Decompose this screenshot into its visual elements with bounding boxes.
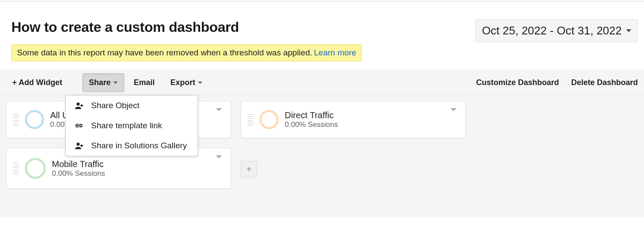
learn-more-link[interactable]: Learn more [314,48,356,58]
dashboard-toolbar: + Add Widget Share Email Export Customiz… [0,70,644,95]
widget-direct-traffic[interactable]: Direct Traffic 0.00% Sessions [241,101,466,138]
add-widget-button[interactable]: + Add Widget [6,74,68,92]
email-button[interactable]: Email [128,74,161,92]
export-button[interactable]: Export [164,74,208,92]
segment-circle-icon [25,110,44,129]
person-add-icon [74,102,84,109]
share-button[interactable]: Share [82,73,124,92]
share-solutions-gallery-item[interactable]: Share in Solutions Gallery [66,136,198,156]
add-widget-tile[interactable]: + [241,161,257,178]
header-area: How to create a custom dashboard Some da… [0,2,644,70]
caret-down-icon [626,29,631,32]
widget-title: Direct Traffic [285,110,338,120]
chevron-down-icon[interactable] [450,106,457,114]
share-dropdown-menu: Share Object Share template link Share i… [65,95,198,156]
widget-title: Mobile Traffic [52,159,105,169]
widget-subtext: 0.00% Sessions [52,169,105,178]
date-range-picker[interactable]: Oct 25, 2022 - Oct 31, 2022 [475,19,638,42]
plus-icon: + [246,164,252,174]
drag-handle-icon[interactable] [13,114,19,126]
caret-down-icon [113,82,118,84]
share-object-item[interactable]: Share Object [66,96,198,116]
caret-down-icon [198,82,202,84]
date-range-label: Oct 25, 2022 - Oct 31, 2022 [482,24,622,38]
chevron-down-icon[interactable] [215,154,223,161]
person-add-icon [74,142,84,149]
share-template-link-item[interactable]: Share template link [66,116,198,136]
chevron-down-icon[interactable] [215,106,223,114]
share-item-label: Share Object [91,101,140,110]
drag-handle-icon[interactable] [247,114,253,126]
warning-text: Some data in this report may have been r… [17,48,312,58]
share-item-label: Share in Solutions Gallery [91,141,187,150]
export-button-label: Export [170,78,195,87]
customize-dashboard-link[interactable]: Customize Dashboard [476,78,559,87]
segment-circle-icon [25,158,46,179]
share-item-label: Share template link [91,121,162,130]
page-title: How to create a custom dashboard [11,19,362,35]
widget-subtext: 0.00% Sessions [285,120,338,129]
link-icon [74,123,84,128]
share-button-label: Share [89,78,111,87]
drag-handle-icon[interactable] [13,163,19,174]
delete-dashboard-link[interactable]: Delete Dashboard [571,78,638,87]
threshold-warning-banner: Some data in this report may have been r… [11,44,362,62]
segment-circle-icon [259,110,279,129]
